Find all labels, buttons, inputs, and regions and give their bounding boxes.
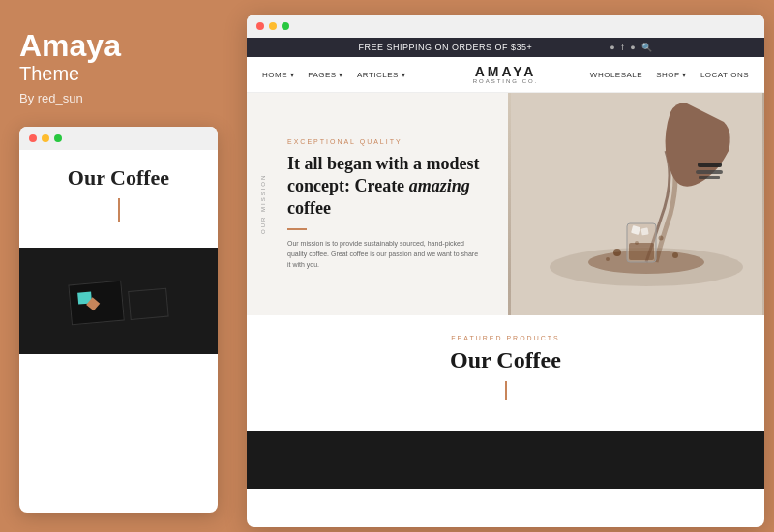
navigation: HOME ▾ PAGES ▾ ARTICLES ▾ AMAYA ROASTING…: [247, 57, 764, 93]
camera-icon: ●: [630, 43, 636, 52]
dot-green: [54, 134, 62, 142]
hero-section: EXCEPTIONAL QUALITY It all began with a …: [247, 93, 764, 315]
dot-yellow-main: [269, 22, 277, 30]
svg-point-7: [606, 257, 610, 261]
nav-logo: AMAYA ROASTING CO.: [454, 65, 558, 84]
featured-section: FEATURED PRODUCTS Our Coffee: [247, 315, 764, 431]
featured-title: Our Coffee: [266, 347, 745, 373]
mini-dark-section: [19, 248, 218, 354]
main-browser-bar: [247, 15, 764, 38]
hero-tag: EXCEPTIONAL QUALITY: [287, 138, 489, 145]
nav-wholesale[interactable]: WHOLESALE: [590, 71, 642, 79]
hero-orange-divider: [287, 228, 307, 230]
mini-content: Our Coffee: [19, 150, 218, 249]
mini-divider: [118, 198, 120, 222]
nav-locations[interactable]: LOCATIONS: [700, 71, 749, 79]
hero-title-text2: coffee: [287, 198, 331, 218]
box-small: [128, 288, 168, 320]
dot-red: [29, 134, 37, 142]
search-icon-top[interactable]: 🔍: [641, 43, 653, 52]
dot-yellow: [42, 134, 49, 142]
announcement-bar: FREE SHIPPING ON ORDERS OF $35+ ● f ● 🔍: [247, 38, 764, 57]
hero-body-text: Our mission is to provide sustainably so…: [287, 238, 481, 271]
nav-pages[interactable]: PAGES ▾: [308, 71, 343, 79]
coffee-pour-svg: [511, 93, 762, 315]
boxes-illustration: [68, 277, 168, 326]
nav-home[interactable]: HOME ▾: [262, 71, 294, 79]
svg-rect-10: [699, 176, 720, 179]
mini-browser-preview: Our Coffee: [19, 127, 218, 513]
announcement-icons: ● f ● 🔍: [610, 43, 652, 52]
box-big: [68, 281, 124, 326]
theme-title: Amaya Theme By red_sun: [19, 29, 218, 127]
nav-articles[interactable]: ARTICLES ▾: [357, 71, 405, 79]
mini-browser-bar: [19, 127, 218, 150]
main-browser: FREE SHIPPING ON ORDERS OF $35+ ● f ● 🔍 …: [247, 15, 764, 527]
hero-left: EXCEPTIONAL QUALITY It all began with a …: [247, 93, 508, 315]
svg-point-4: [672, 252, 678, 258]
hero-title-italic: amazing: [409, 176, 470, 195]
nav-left: HOME ▾ PAGES ▾ ARTICLES ▾: [262, 71, 454, 79]
svg-rect-8: [698, 163, 722, 167]
svg-rect-12: [629, 243, 654, 260]
nav-shop[interactable]: SHOP ▾: [656, 71, 687, 79]
featured-tag: FEATURED PRODUCTS: [266, 335, 745, 341]
announcement-text: FREE SHIPPING ON ORDERS OF $35+: [358, 43, 532, 52]
mission-label: OUR MISSION: [260, 174, 266, 234]
hero-image: [508, 93, 764, 315]
svg-rect-14: [640, 227, 648, 235]
svg-rect-9: [696, 170, 723, 174]
mini-our-coffee-title: Our Coffee: [35, 165, 202, 191]
svg-point-3: [613, 249, 621, 256]
coffee-pour-bg: [508, 93, 764, 315]
dot-red-main: [256, 22, 264, 30]
featured-divider: [505, 381, 507, 400]
instagram-icon: ●: [610, 43, 615, 52]
nav-right: WHOLESALE SHOP ▾ LOCATIONS: [557, 71, 749, 79]
hero-title: It all began with a modest concept: Crea…: [287, 153, 489, 221]
facebook-icon: f: [621, 43, 624, 52]
dot-green-main: [282, 22, 289, 30]
left-panel: Amaya Theme By red_sun Our Coffee: [0, 0, 237, 532]
featured-dark-strip: [247, 431, 764, 489]
box-accent-gold: [86, 297, 100, 310]
box-accent-teal: [77, 292, 92, 305]
